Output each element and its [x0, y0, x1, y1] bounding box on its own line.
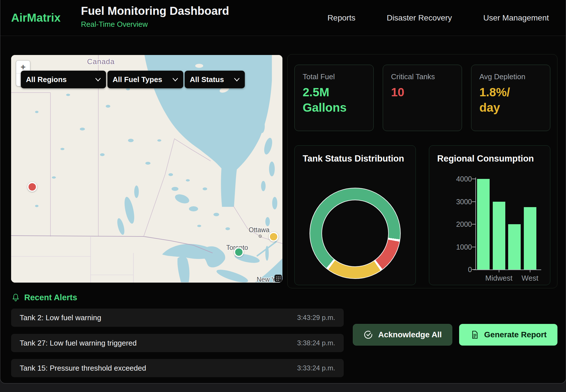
nav-reports[interactable]: Reports [327, 13, 355, 23]
fuel-type-filter-select[interactable]: All Fuel Types [107, 71, 183, 88]
y-tick-mark [472, 247, 475, 247]
brand-logo[interactable]: AirMatrix [11, 0, 60, 36]
warning-tank-marker[interactable] [269, 232, 278, 242]
chevron-down-icon [234, 78, 240, 81]
chart-title: Tank Status Distribution [303, 154, 408, 164]
bar-1 [493, 202, 505, 270]
header: AirMatrix Fuel Monitoring Dashboard Real… [0, 0, 566, 36]
bar-2 [508, 224, 521, 270]
stat-value-line: 1.8%/ [479, 85, 542, 100]
bar-0 [477, 179, 490, 270]
critical-tank-marker[interactable] [27, 182, 37, 192]
page-title: Fuel Monitoring Dashboard [81, 5, 229, 17]
region-filter-select[interactable]: All Regions [21, 71, 106, 88]
resize-grip-icon[interactable] [274, 275, 282, 282]
stat-value: 1.8%/ day [479, 85, 542, 115]
alert-text: Tank 15: Pressure threshold exceeded [20, 364, 146, 373]
metrics-panel: Total Fuel 2.5M Gallons Critical Tanks 1… [287, 54, 557, 288]
bar-3 [524, 207, 536, 270]
y-tick-label: 0 [449, 266, 472, 273]
y-tick-label: 3000 [449, 198, 472, 206]
status-filter-select[interactable]: All Status [185, 71, 245, 88]
y-tick-label: 4000 [449, 175, 472, 183]
check-circle-icon [363, 330, 373, 340]
stat-label: Total Fuel [303, 72, 365, 81]
donut-hole [321, 200, 389, 267]
stat-label: Avg Depletion [479, 72, 542, 81]
stat-value: 10 [391, 85, 454, 100]
x-tick-label: Midwest [482, 274, 516, 283]
generate-report-label: Generate Report [484, 330, 547, 339]
stat-value-line: day [479, 100, 542, 115]
stat-value-line: 2.5M [303, 85, 365, 100]
title-block: Fuel Monitoring Dashboard Real-Time Over… [81, 5, 229, 29]
x-axis-line [473, 270, 541, 270]
alert-row[interactable]: Tank 2: Low fuel warning 3:43:29 p.m. [11, 309, 344, 327]
alert-row[interactable]: Tank 15: Pressure threshold exceeded 3:3… [11, 359, 344, 377]
main-nav: Reports Disaster Recovery User Managemen… [327, 0, 549, 36]
stat-value: 2.5M Gallons [303, 85, 365, 115]
alert-row[interactable]: Tank 27: Low fuel warning triggered 3:38… [11, 334, 344, 352]
regional-consumption-chart-card: Regional Consumption 01000200030004000Mi… [429, 145, 550, 285]
stat-value-line: 10 [391, 85, 454, 100]
status-filter-label: All Status [190, 75, 224, 84]
alert-time: 3:38:24 p.m. [297, 339, 335, 347]
x-tick-label: West [513, 274, 547, 283]
chevron-down-icon [95, 78, 101, 81]
map-label-country: Canada [87, 57, 115, 66]
dashboard-app: AirMatrix Fuel Monitoring Dashboard Real… [0, 0, 566, 383]
page-subtitle: Real-Time Overview [81, 20, 229, 29]
x-tick-mark [530, 270, 530, 272]
bar-chart: 01000200030004000MidwestWest [429, 146, 550, 285]
y-tick-mark [472, 179, 475, 179]
acknowledge-all-button[interactable]: Acknowledge All [353, 324, 452, 346]
donut-chart [310, 188, 401, 279]
stat-card-critical-tanks: Critical Tanks 10 [383, 65, 462, 131]
document-icon [470, 330, 479, 339]
x-tick-mark [499, 270, 499, 272]
stat-value-line: Gallons [303, 100, 365, 115]
charts-row: Tank Status Distribution Regional Consum… [294, 145, 550, 285]
stat-label: Critical Tanks [391, 72, 454, 81]
alert-text: Tank 27: Low fuel warning triggered [20, 339, 137, 348]
alert-time: 3:43:29 p.m. [297, 314, 335, 322]
stat-card-total-fuel: Total Fuel 2.5M Gallons [294, 65, 374, 131]
bell-icon [12, 293, 20, 302]
alert-text: Tank 2: Low fuel warning [20, 313, 101, 322]
map-label-ottawa: Ottawa [249, 226, 270, 234]
recent-alerts-title: Recent Alerts [24, 293, 77, 302]
tank-status-chart-card: Tank Status Distribution [294, 145, 416, 285]
fuel-map[interactable]: Canada Ottawa Toronto New York + − All R… [11, 55, 282, 283]
region-filter-label: All Regions [26, 75, 67, 84]
nav-user-management[interactable]: User Management [483, 13, 549, 23]
chevron-down-icon [172, 78, 178, 81]
y-tick-mark [472, 201, 475, 202]
stat-card-avg-depletion: Avg Depletion 1.8%/ day [471, 65, 550, 131]
y-tick-mark [472, 269, 475, 270]
recent-alerts-header: Recent Alerts [12, 293, 77, 302]
nav-disaster-recovery[interactable]: Disaster Recovery [387, 13, 452, 23]
map-filters: All Regions All Fuel Types All Status [21, 71, 245, 88]
normal-tank-marker[interactable] [234, 247, 244, 257]
y-tick-label: 2000 [449, 220, 472, 228]
y-tick-mark [472, 224, 475, 224]
alert-time: 3:33:24 p.m. [297, 364, 335, 372]
y-tick-label: 1000 [449, 243, 472, 251]
generate-report-button[interactable]: Generate Report [459, 324, 557, 346]
acknowledge-all-label: Acknowledge All [378, 330, 442, 339]
fuel-type-filter-label: All Fuel Types [113, 75, 162, 84]
y-axis-line [475, 177, 476, 270]
stats-row: Total Fuel 2.5M Gallons Critical Tanks 1… [294, 65, 550, 131]
